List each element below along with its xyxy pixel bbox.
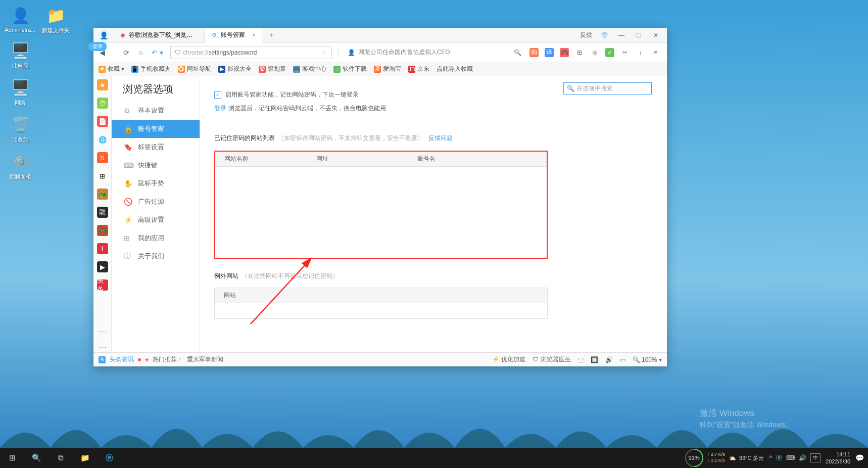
dock-icon-11[interactable]: 头条 xyxy=(97,279,108,291)
weather-widget[interactable]: ⛅ 33°C 多云 xyxy=(729,454,764,462)
home-button[interactable]: ⌂ xyxy=(136,46,144,59)
nav-item-3[interactable]: ⌨快捷键 xyxy=(112,156,200,174)
zoom-control[interactable]: 🔍 100% ▾ xyxy=(633,356,662,363)
bookmark-5[interactable]: 🎮游戏中心 xyxy=(293,65,326,73)
optimize-button[interactable]: ⚡ 优化加速 xyxy=(492,355,525,364)
content-area: ★⏱📄🌐S⊞🐲龍🎮T▶头条―⋯ 浏览器选项 ⚙基本设置🔒账号管家🔖标签设置⌨快捷… xyxy=(93,76,667,352)
dock-icon-3[interactable]: 🌐 xyxy=(97,134,108,145)
ime-indicator[interactable]: 中 xyxy=(810,453,821,462)
nav-item-5[interactable]: 🚫广告过滤 xyxy=(112,193,200,211)
feedback-link[interactable]: 反馈问题 xyxy=(428,134,453,142)
nav-item-1[interactable]: 🔒账号管家 xyxy=(112,120,200,138)
toolbar-icon-4[interactable]: ◎ xyxy=(590,48,599,57)
desktop-icon-newfolder[interactable]: 📁新建文件夹 xyxy=(38,5,73,34)
close-button[interactable]: ✕ xyxy=(651,32,661,39)
nav-item-7[interactable]: ⊞我的应用 xyxy=(112,229,200,247)
dock-more[interactable]: ⋯ xyxy=(99,343,107,352)
tray-chevron-icon[interactable]: ^ xyxy=(769,454,772,461)
dock-icon-9[interactable]: T xyxy=(97,243,108,254)
browser-button[interactable]: ⓔ xyxy=(97,448,121,468)
toolbar-icon-6[interactable]: ✂ xyxy=(620,48,630,57)
headline-label[interactable]: 头条资讯 xyxy=(110,355,134,364)
login-link[interactable]: 登录 xyxy=(214,105,226,112)
search-icon[interactable]: 🔍 xyxy=(514,49,521,56)
notification-icon[interactable]: 💬 xyxy=(855,454,864,462)
maximize-button[interactable]: ☐ xyxy=(634,32,644,39)
search-button[interactable]: 🔍 xyxy=(24,448,49,468)
tray-edge-icon[interactable]: ⓔ xyxy=(776,454,782,462)
col-url: 网址 xyxy=(316,155,417,163)
doctor-button[interactable]: 🛡 浏览器医生 xyxy=(533,355,570,364)
feedback-link[interactable]: 反馈 xyxy=(580,31,592,39)
bookmark-1[interactable]: 📱手机收藏夹 xyxy=(131,65,171,73)
pip-icon[interactable]: ▭ xyxy=(620,356,625,363)
bookmark-6[interactable]: ↓软件下载 xyxy=(333,65,367,73)
nav-label: 标签设置 xyxy=(138,143,164,152)
toolbar-icon-0[interactable]: 购 xyxy=(529,48,539,57)
bookmark-0[interactable]: ★收藏 ▾ xyxy=(99,65,124,73)
tray-keyboard-icon[interactable]: ⌨ xyxy=(786,454,795,461)
dock-icon-0[interactable]: ★ xyxy=(97,79,108,90)
download-icon[interactable]: ⬚ xyxy=(578,356,584,363)
explorer-button[interactable]: 📁 xyxy=(73,448,97,468)
nav-item-0[interactable]: ⚙基本设置 xyxy=(112,102,200,120)
bookmark-icon: 🎮 xyxy=(293,66,300,73)
toolbar-icon-3[interactable]: ⊞ xyxy=(575,48,584,57)
nav-label: 高级设置 xyxy=(138,215,164,224)
bookmark-2[interactable]: 🧭网址导航 xyxy=(178,65,211,73)
performance-gauge[interactable]: 91% xyxy=(685,449,703,467)
login-badge[interactable]: 登录 xyxy=(88,42,107,51)
taskview-button[interactable]: ⧉ xyxy=(49,448,73,468)
clock[interactable]: 14:11 2022/8/30 xyxy=(826,451,850,465)
bookmark-4[interactable]: 聚聚划算 xyxy=(259,65,286,73)
new-tab-button[interactable]: ＋ xyxy=(262,30,280,40)
undo-button[interactable]: ↶ ▾ xyxy=(150,46,165,59)
refresh-button[interactable]: ⟳ xyxy=(121,46,131,59)
url-input[interactable]: 🛡 chrome://settings/password ☆ xyxy=(170,46,332,59)
profile-avatar[interactable]: 👤 xyxy=(93,28,114,43)
nav-item-2[interactable]: 🔖标签设置 xyxy=(112,138,200,156)
dock-icon-2[interactable]: 📄 xyxy=(97,116,108,127)
desktop-icon-network[interactable]: 🖥️网络 xyxy=(3,77,38,107)
dock-icon-7[interactable]: 龍 xyxy=(97,207,108,218)
nav-item-4[interactable]: ✋鼠标手势 xyxy=(112,174,200,193)
enable-checkbox[interactable]: ✓ xyxy=(214,91,221,99)
nav-icon: ⓘ xyxy=(124,252,132,261)
start-button[interactable]: ⊞ xyxy=(0,448,24,468)
toolbar-icon-8[interactable]: ≡ xyxy=(651,48,660,57)
search-options-input[interactable]: 🔍 在选项中搜索 xyxy=(563,82,652,95)
tray-sound-icon[interactable]: 🔊 xyxy=(799,454,806,461)
snapshot-icon[interactable]: 🔲 xyxy=(591,356,598,363)
toolbar-icon-5[interactable]: ✓ xyxy=(605,48,614,57)
bookmark-7[interactable]: 爱爱淘宝 xyxy=(374,65,401,73)
minimize-button[interactable]: ― xyxy=(616,32,626,39)
dock-icon-8[interactable]: 🎮 xyxy=(97,225,108,236)
bookmark-8[interactable]: JD京东 xyxy=(408,65,429,73)
dock-icon-1[interactable]: ⏱ xyxy=(97,98,108,109)
desktop-icon-thispc[interactable]: 🖥️此电脑 xyxy=(3,40,38,70)
close-icon[interactable]: × xyxy=(252,32,256,39)
bookmark-9[interactable]: 点此导入收藏 xyxy=(437,65,473,73)
desktop-icon-recyclebin[interactable]: 🗑️回收站 xyxy=(3,114,38,144)
dock-icon-10[interactable]: ▶ xyxy=(97,261,108,272)
tab-google-download[interactable]: ◉ 谷歌浏览器下载_浏览器官网入 xyxy=(114,28,205,43)
desktop-icon-controlpanel[interactable]: ⚙️控制面板 xyxy=(3,151,38,180)
skin-icon[interactable]: 👕 xyxy=(599,32,609,39)
desktop-icon-administrator[interactable]: 👤Administra... xyxy=(3,5,38,33)
search-news-box[interactable]: 👤 网龙公司任命国内首位虚拟人CEO 🔍 xyxy=(345,48,524,57)
tab-account-manager[interactable]: ⚙ 账号管家 × xyxy=(205,28,262,43)
login-sync-line: 登录浏览器后，记住网站密码到云端，不丢失，换台电脑也能用 xyxy=(214,104,667,113)
nav-item-6[interactable]: ⚡高级设置 xyxy=(112,211,200,229)
hot-news-link[interactable]: 重大军事新闻 xyxy=(187,355,223,364)
bookmark-star-icon[interactable]: ☆ xyxy=(322,49,327,56)
bookmark-3[interactable]: ▶影视大全 xyxy=(218,65,252,73)
toolbar-icon-1[interactable]: 译 xyxy=(545,48,554,57)
dock-icon-5[interactable]: ⊞ xyxy=(97,170,108,181)
sound-icon[interactable]: 🔊 xyxy=(605,356,613,363)
nav-item-8[interactable]: ⓘ关于我们 xyxy=(112,247,200,265)
nav-label: 我的应用 xyxy=(138,233,164,243)
toolbar-icon-7[interactable]: ↓ xyxy=(636,48,645,57)
toolbar-icon-2[interactable]: 🎮 xyxy=(560,48,569,57)
dock-icon-6[interactable]: 🐲 xyxy=(97,189,108,200)
dock-icon-4[interactable]: S xyxy=(97,152,108,163)
